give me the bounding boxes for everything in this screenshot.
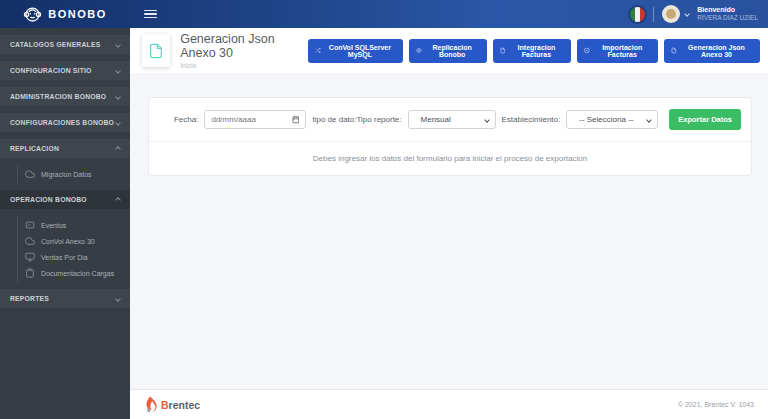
- establecimiento-label: Establecimiento:: [502, 115, 561, 124]
- sidebar-item-label: CONFIGURACIONES BONOBO: [10, 119, 114, 126]
- navbar-right: Bienvenido RIVERA DIAZ UZIEL: [630, 5, 768, 23]
- footer-brand-rest: rentec: [169, 399, 201, 411]
- page-title: Generacion Json Anexo 30: [180, 32, 308, 60]
- tipo-reporte-label: tipo de dato:Tipo reporte:: [312, 115, 401, 124]
- bonobo-monkey-icon: [23, 5, 42, 24]
- button-label: Importacion Facturas: [593, 44, 651, 58]
- minus-circle-icon: [584, 47, 590, 54]
- flame-icon: [144, 396, 157, 413]
- button-label: Generacion Json Anexo 30: [680, 44, 753, 58]
- monitor-icon: [25, 252, 35, 262]
- sidebar-item-label: CONFIGURACION SITIO: [10, 67, 92, 74]
- file-icon: [500, 47, 506, 54]
- sidebar-item-label: Ventas Por Dia: [41, 254, 88, 261]
- window-icon: [25, 220, 35, 230]
- brand-name: BONOBO: [48, 8, 107, 20]
- calendar-icon[interactable]: [292, 115, 300, 124]
- user-name: RIVERA DIAZ UZIEL: [697, 14, 758, 22]
- footer-brand-name: Brentec: [161, 399, 200, 411]
- sidebar-item-label: ConVol Anexo 30: [41, 238, 95, 245]
- establecimiento-select[interactable]: -- Selecciona --: [566, 110, 658, 129]
- main-content: Generacion Json Anexo 30 Inicio ConVol S…: [130, 28, 768, 419]
- tipo-reporte-value: Mensual: [421, 115, 451, 124]
- sidebar-item-operacion-bonobo[interactable]: OPERACION BONOBO: [0, 190, 130, 209]
- shuffle-icon: [315, 47, 321, 54]
- sidebar-item-label: REPLICACION: [10, 145, 59, 152]
- chevron-down-icon: [484, 117, 490, 123]
- brand-link[interactable]: BONOBO: [0, 0, 130, 28]
- chevron-down-icon: [115, 94, 121, 100]
- fecha-date-input[interactable]: [204, 110, 306, 129]
- fecha-input-field[interactable]: [211, 115, 287, 124]
- sidebar-item-documentacion-cargas[interactable]: Documentacion Cargas: [18, 265, 130, 281]
- cloud-icon: [25, 169, 35, 179]
- button-label: ConVol SQLServer MySQL: [324, 44, 396, 58]
- establecimiento-value: -- Selecciona --: [579, 115, 633, 124]
- button-label: Replicacion Bonobo: [425, 44, 480, 58]
- page-header: Generacion Json Anexo 30 Inicio ConVol S…: [130, 28, 768, 73]
- chevron-up-icon: [115, 146, 121, 152]
- replicacion-bonobo-button[interactable]: Replicacion Bonobo: [409, 39, 487, 63]
- chevron-down-icon: [646, 117, 652, 123]
- top-navbar: BONOBO Bienvenido RIVERA DIAZ UZIEL: [0, 0, 768, 28]
- tipo-reporte-select[interactable]: Mensual: [408, 110, 496, 129]
- mexico-flag-icon[interactable]: [630, 7, 645, 22]
- navbar-divider: [653, 7, 654, 22]
- sidebar-item-configuraciones-bonobo[interactable]: CONFIGURACIONES BONOBO: [0, 113, 130, 132]
- menu-toggle-icon[interactable]: [140, 6, 161, 23]
- page-icon-card: [142, 34, 170, 67]
- sidebar-item-label: Migracion Datos: [41, 171, 92, 178]
- fecha-label: Fecha:: [174, 115, 198, 124]
- chevron-down-icon: [115, 68, 121, 74]
- chevron-down-icon: [115, 42, 121, 48]
- sidebar-item-replicacion[interactable]: REPLICACION: [0, 139, 130, 158]
- chevron-up-icon: [115, 197, 121, 203]
- header-action-buttons: ConVol SQLServer MySQL Replicacion Bonob…: [308, 39, 760, 63]
- sidebar-submenu-replicacion: Migracion Datos: [17, 165, 130, 183]
- sidebar-item-configuracion-sitio[interactable]: CONFIGURACION SITIO: [0, 61, 130, 80]
- file-icon: [148, 43, 164, 59]
- sidebar-item-eventos[interactable]: Eventos: [18, 217, 130, 233]
- sidebar-item-catalogos-generales[interactable]: CATALOGOS GENERALES: [0, 35, 130, 54]
- welcome-label: Bienvenido: [697, 6, 758, 15]
- sidebar-item-label: REPORTES: [10, 295, 49, 302]
- footer: Brentec © 2021, Brentec V. 1043: [130, 389, 768, 419]
- integracion-facturas-button[interactable]: Integracion Facturas: [493, 39, 572, 63]
- sidebar-item-migracion-datos[interactable]: Migracion Datos: [18, 166, 130, 182]
- sidebar-item-reportes[interactable]: REPORTES: [0, 289, 130, 308]
- breadcrumb[interactable]: Inicio: [180, 62, 308, 69]
- eye-icon: [416, 47, 422, 54]
- sidebar-submenu-operacion-bonobo: Eventos ConVol Anexo 30 Ventas Por Dia: [17, 216, 130, 282]
- user-welcome-block: Bienvenido RIVERA DIAZ UZIEL: [697, 6, 758, 23]
- importacion-facturas-button[interactable]: Importacion Facturas: [577, 39, 658, 63]
- sidebar-item-ventas-por-dia[interactable]: Ventas Por Dia: [18, 249, 130, 265]
- button-label: Integracion Facturas: [508, 44, 564, 58]
- generacion-json-anexo-30-button[interactable]: Generacion Json Anexo 30: [664, 39, 760, 63]
- sidebar-item-label: Documentacion Cargas: [41, 270, 114, 277]
- footer-copyright: © 2021, Brentec V. 1043: [678, 401, 754, 408]
- footer-brand-initial: B: [161, 399, 169, 411]
- export-form: Fecha: tipo de dato:Tipo reporte: Mensua…: [149, 98, 751, 142]
- sidebar-item-label: OPERACION BONOBO: [10, 196, 87, 203]
- user-menu-chevron-icon[interactable]: [684, 11, 690, 17]
- avatar-image: [666, 9, 676, 19]
- sidebar-item-administracion-bonobo[interactable]: ADMINISTRACION BONOBO: [0, 87, 130, 106]
- footer-brand: Brentec: [144, 396, 200, 413]
- user-avatar[interactable]: [662, 5, 680, 23]
- sidebar-item-label: CATALOGOS GENERALES: [10, 41, 100, 48]
- cloud-icon: [25, 236, 35, 246]
- form-helper-text: Debes ingresar los datos del formulario …: [149, 142, 751, 175]
- clipboard-icon: [25, 268, 35, 278]
- title-block: Generacion Json Anexo 30 Inicio: [180, 32, 308, 69]
- sidebar-item-label: Eventos: [41, 222, 66, 229]
- exportar-datos-button[interactable]: Exportar Datos: [669, 109, 741, 130]
- chevron-down-icon: [115, 120, 121, 126]
- convol-sqlserver-mysql-button[interactable]: ConVol SQLServer MySQL: [308, 39, 403, 63]
- sidebar-item-label: ADMINISTRACION BONOBO: [10, 93, 106, 100]
- sidebar: CATALOGOS GENERALES CONFIGURACION SITIO …: [0, 28, 130, 419]
- export-form-card: Fecha: tipo de dato:Tipo reporte: Mensua…: [148, 97, 752, 176]
- sidebar-item-convol-anexo-30[interactable]: ConVol Anexo 30: [18, 233, 130, 249]
- chevron-down-icon: [115, 296, 121, 302]
- file-icon: [671, 47, 677, 54]
- app-window: BONOBO Bienvenido RIVERA DIAZ UZIEL CATA…: [0, 0, 768, 419]
